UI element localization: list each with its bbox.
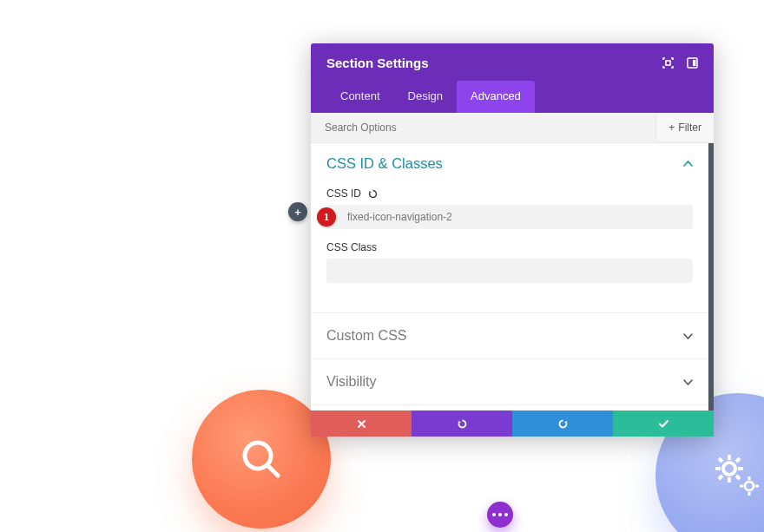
section-title-text: Visibility: [326, 374, 377, 390]
tabs: Content Design Advanced: [326, 81, 698, 113]
chevron-down-icon: [683, 379, 693, 385]
bg-circle-more: [487, 502, 513, 528]
tab-advanced[interactable]: Advanced: [457, 81, 535, 113]
css-id-label: CSS ID: [326, 187, 361, 200]
redo-button[interactable]: [512, 410, 613, 437]
add-section-button[interactable]: +: [288, 202, 307, 221]
chevron-up-icon: [683, 161, 693, 167]
svg-rect-16: [666, 61, 670, 65]
plus-icon: +: [294, 206, 301, 219]
reset-icon[interactable]: [368, 189, 378, 199]
filter-button[interactable]: + Filter: [655, 115, 714, 141]
section-title-text: CSS ID & Classes: [326, 155, 443, 172]
annotation-marker-1: 1: [317, 207, 336, 227]
panel-title: Section Settings: [326, 56, 429, 70]
panel-header: Section Settings Content Design Advanced: [311, 43, 714, 113]
filter-label: Filter: [678, 122, 701, 134]
close-icon: [357, 419, 366, 429]
svg-line-10: [719, 476, 722, 479]
chevron-down-icon: [683, 333, 693, 339]
svg-line-8: [736, 476, 740, 479]
svg-point-11: [745, 482, 754, 490]
section-title-css-id-classes[interactable]: CSS ID & Classes: [326, 155, 693, 172]
panel-body[interactable]: CSS ID & Classes CSS ID 1 CSS Class: [311, 143, 714, 410]
expand-icon[interactable]: [662, 57, 674, 69]
search-icon: [237, 435, 286, 483]
panel-footer: [311, 410, 714, 437]
section-visibility[interactable]: Visibility: [311, 358, 708, 404]
svg-line-1: [267, 465, 278, 476]
gears-icon: [708, 450, 764, 502]
svg-point-2: [723, 463, 735, 475]
bg-circle-search: [192, 390, 331, 529]
svg-line-7: [719, 458, 722, 462]
svg-line-9: [736, 458, 740, 462]
tab-content[interactable]: Content: [326, 81, 394, 113]
section-custom-css[interactable]: Custom CSS: [311, 312, 708, 358]
tab-design[interactable]: Design: [394, 81, 457, 113]
more-icon: [492, 513, 508, 516]
css-class-label: CSS Class: [326, 241, 377, 253]
search-row: + Filter: [311, 113, 714, 143]
section-settings-panel: Section Settings Content Design Advanced…: [311, 43, 714, 437]
redo-icon: [557, 418, 569, 430]
section-css-id-classes: CSS ID & Classes CSS ID 1 CSS Class: [311, 143, 708, 312]
section-transitions[interactable]: Transitions: [311, 404, 708, 410]
check-icon: [658, 419, 669, 429]
svg-rect-18: [693, 60, 696, 66]
css-class-input[interactable]: [326, 259, 693, 283]
search-input[interactable]: [311, 113, 655, 142]
save-button[interactable]: [613, 410, 714, 437]
undo-button[interactable]: [412, 410, 512, 437]
plus-small-icon: +: [668, 122, 675, 134]
panel-mode-icon[interactable]: [686, 57, 698, 69]
undo-icon: [457, 418, 468, 430]
cancel-button[interactable]: [311, 410, 412, 437]
css-id-input[interactable]: [326, 205, 693, 229]
section-title-text: Custom CSS: [326, 328, 406, 344]
